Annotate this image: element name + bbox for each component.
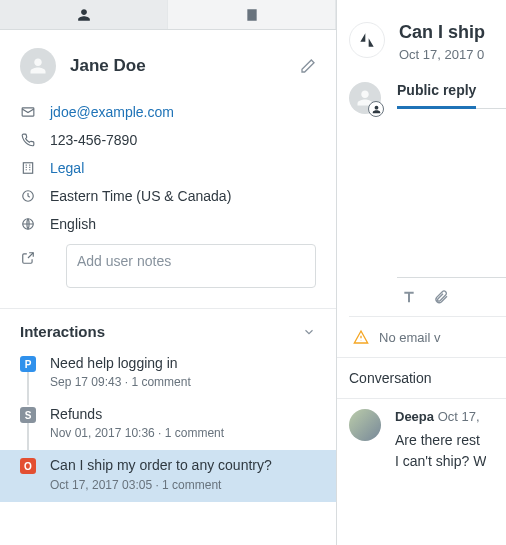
interaction-item[interactable]: P Need help logging in Sep 17 09:43 · 1 … [0,348,336,399]
conversation-header: Conversation [337,357,506,398]
paperclip-icon [433,289,449,305]
message: Deepa Oct 17, Are there rest I can't shi… [337,398,506,472]
message-line: I can't ship? W [395,451,486,472]
status-badge-pending: P [20,356,36,372]
detail-language: English [20,210,316,238]
tab-org[interactable] [168,0,336,29]
timezone-value: Eastern Time (US & Canada) [50,188,231,204]
language-value: English [50,216,96,232]
detail-timezone: Eastern Time (US & Canada) [20,182,316,210]
interaction-item[interactable]: S Refunds Nov 01, 2017 10:36 · 1 comment [0,399,336,450]
tab-user[interactable] [0,0,168,29]
message-time: Oct 17, [438,409,480,424]
ticket-meta: Oct 17, 2017 0 [399,47,485,62]
ticket-header: Can I ship Oct 17, 2017 0 [337,0,506,76]
interaction-meta: Nov 01, 2017 10:36 · 1 comment [50,426,224,440]
detail-org: Legal [20,154,316,182]
detail-email: jdoe@example.com [20,98,316,126]
text-icon [401,289,417,305]
message-line: Are there rest [395,430,486,451]
interaction-meta: Sep 17 09:43 · 1 comment [50,375,191,389]
person-icon [372,105,381,114]
user-details: jdoe@example.com 123-456-7890 Legal East… [0,94,336,308]
interaction-title: Refunds [50,405,224,423]
warning-row: No email v [349,316,506,357]
requester-avatar [349,409,381,441]
user-name[interactable]: Jane Doe [70,56,300,76]
org-link[interactable]: Legal [50,160,84,176]
sidebar: Jane Doe jdoe@example.com 123-456-7890 [0,0,337,545]
reply-textarea[interactable] [397,108,506,278]
interactions-header[interactable]: Interactions [0,309,336,348]
person-icon [29,57,47,75]
chevron-down-icon [302,325,316,339]
clock-icon [20,188,36,204]
interactions-section: Interactions P Need help logging in Sep … [0,308,336,502]
email-link[interactable]: jdoe@example.com [50,104,174,120]
interaction-item-active[interactable]: O Can I ship my order to any country? Oc… [0,450,336,501]
status-badge-solved: S [20,407,36,423]
phone-icon [20,132,36,148]
tab-public-reply[interactable]: Public reply [397,82,476,109]
phone-value: 123-456-7890 [50,132,137,148]
interaction-meta: Oct 17, 2017 03:05 · 1 comment [50,478,272,492]
pencil-icon [300,58,316,74]
sidebar-tabs [0,0,336,30]
interaction-title: Can I ship my order to any country? [50,456,272,474]
user-avatar [20,48,56,84]
interaction-title: Need help logging in [50,354,191,372]
notes-textarea[interactable] [66,244,316,288]
text-format-button[interactable] [401,289,417,305]
detail-notes [20,238,316,294]
warning-text: No email v [379,330,440,345]
building-icon [245,8,259,22]
reply-block: Public reply [337,76,506,316]
globe-icon [20,216,36,232]
note-icon [20,250,36,266]
agent-avatar [349,82,381,114]
reply-toolbar [397,278,506,316]
detail-phone: 123-456-7890 [20,126,316,154]
user-icon [77,8,91,22]
message-author: Deepa [395,409,434,424]
attachment-button[interactable] [433,289,449,305]
interactions-heading: Interactions [20,323,302,340]
profile-header: Jane Doe [0,30,336,94]
brand-avatar [349,22,385,58]
ticket-pane: Can I ship Oct 17, 2017 0 Public reply [337,0,506,545]
warning-icon [353,329,369,345]
brand-icon [357,30,377,50]
role-badge [368,101,384,117]
edit-button[interactable] [300,58,316,74]
svg-rect-1 [23,163,32,174]
status-badge-open: O [20,458,36,474]
mail-icon [20,104,36,120]
ticket-title: Can I ship [399,22,485,43]
org-icon [20,160,36,176]
